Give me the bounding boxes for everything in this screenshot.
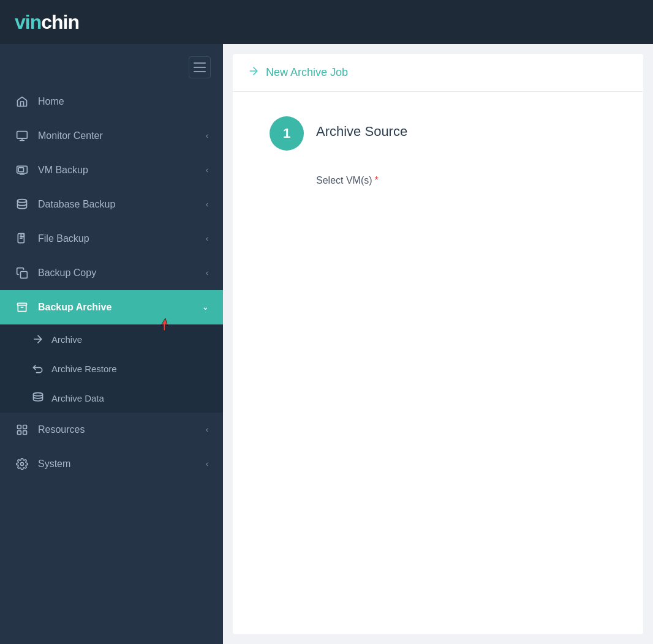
svg-rect-5 [21,234,24,237]
content-panel: New Archive Job 1 Archive Source Select … [233,54,643,634]
sidebar-sub-item-archive-data-label: Archive Data [51,393,104,403]
sidebar-sub-item-archive-restore-label: Archive Restore [51,364,117,374]
file-backup-arrow: ‹ [206,234,208,243]
sidebar-item-home[interactable]: Home [0,84,223,119]
sidebar-sub-item-archive-label: Archive [51,334,82,345]
sidebar-item-monitor-center[interactable]: Monitor Center ‹ [0,119,223,153]
red-arrow-annotation [159,318,172,333]
sidebar-sub-item-archive-restore[interactable]: Archive Restore [0,354,223,383]
required-star: * [375,175,379,185]
panel-body: 1 Archive Source Select VM(s)* [233,92,643,634]
sidebar-item-resources[interactable]: Resources ‹ [0,413,223,447]
sidebar-item-file-backup-label: File Backup [38,233,197,244]
data-stack-icon [32,392,44,404]
svg-point-14 [21,463,24,466]
main-layout: Home Monitor Center ‹ VM Backup [0,44,653,644]
sidebar-item-backup-archive-label: Backup Archive [38,302,194,313]
home-icon [15,94,29,109]
step-circle-1: 1 [270,116,304,151]
new-archive-job-icon [247,65,260,80]
monitor-icon [15,129,29,143]
svg-point-9 [34,393,43,396]
svg-rect-10 [18,425,21,429]
step-title: Archive Source [316,124,407,140]
restore-arrow-icon [32,362,44,375]
sidebar-item-backup-copy-label: Backup Copy [38,268,197,279]
svg-rect-2 [18,168,23,172]
vm-icon [15,163,29,178]
logo-vin: vin [15,11,41,33]
svg-rect-12 [18,431,21,435]
monitor-center-arrow: ‹ [206,132,208,140]
forward-arrow-icon [32,333,44,345]
archive-icon [15,300,29,315]
backup-copy-arrow: ‹ [206,269,208,277]
sidebar: Home Monitor Center ‹ VM Backup [0,44,223,644]
panel-header-title: New Archive Job [266,66,348,79]
svg-rect-7 [18,303,27,305]
svg-marker-8 [161,318,167,331]
sidebar-item-vm-backup-label: VM Backup [38,165,197,176]
sidebar-item-home-label: Home [38,96,208,107]
select-vm-row: Select VM(s)* [316,175,606,186]
resources-icon [15,422,29,437]
select-vm-label: Select VM(s)* [316,175,414,186]
sidebar-sub-item-archive-data[interactable]: Archive Data [0,383,223,413]
sidebar-item-database-backup[interactable]: Database Backup ‹ [0,187,223,222]
logo: vinchin [15,11,79,34]
file-icon [15,231,29,246]
svg-point-3 [18,200,27,203]
database-backup-arrow: ‹ [206,200,208,209]
resources-arrow: ‹ [206,425,208,434]
step-section: 1 Archive Source [270,116,606,151]
svg-rect-11 [23,425,27,429]
sidebar-item-vm-backup[interactable]: VM Backup ‹ [0,153,223,187]
sidebar-item-system[interactable]: System ‹ [0,447,223,481]
sidebar-item-monitor-center-label: Monitor Center [38,130,197,141]
panel-header: New Archive Job [233,54,643,92]
svg-rect-0 [17,132,28,139]
system-icon [15,457,29,471]
vm-backup-arrow: ‹ [206,166,208,174]
backup-archive-arrow: ⌄ [202,303,208,312]
sidebar-item-system-label: System [38,459,197,470]
database-icon [15,197,29,212]
sidebar-item-resources-label: Resources [38,424,197,435]
hamburger-menu-button[interactable] [189,56,211,78]
sidebar-menu-button-container [0,44,223,84]
svg-rect-6 [21,272,28,279]
archive-submenu: Archive Archive Restore [0,324,223,413]
form-section: Select VM(s)* [316,175,606,186]
sidebar-item-database-backup-label: Database Backup [38,199,197,210]
system-arrow: ‹ [206,460,208,468]
logo-chin: chin [41,11,79,33]
sidebar-sub-item-archive[interactable]: Archive [0,324,223,354]
sidebar-item-file-backup[interactable]: File Backup ‹ [0,222,223,256]
content-area: New Archive Job 1 Archive Source Select … [223,44,653,644]
svg-rect-13 [23,431,27,435]
sidebar-item-backup-copy[interactable]: Backup Copy ‹ [0,256,223,290]
sidebar-item-backup-archive[interactable]: Backup Archive ⌄ [0,290,223,324]
top-header: vinchin [0,0,653,44]
copy-icon [15,266,29,280]
